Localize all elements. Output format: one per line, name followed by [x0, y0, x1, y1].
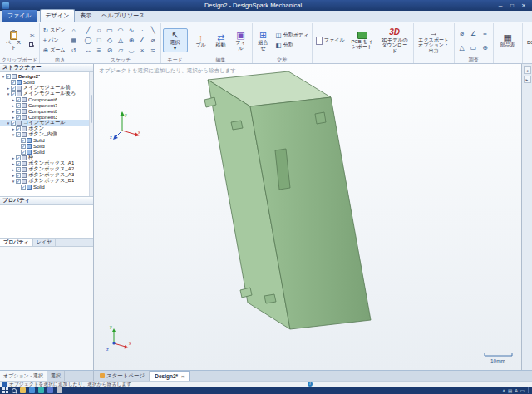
visibility-checkbox[interactable]: ✓ — [11, 80, 16, 85]
dock-expand-icon[interactable]: ▸ — [524, 76, 531, 83]
tab-design2-document[interactable]: Design2* × — [150, 371, 189, 381]
orient-button[interactable]: ⊕ズーム — [42, 46, 67, 55]
tray-icon[interactable]: ▭ — [520, 388, 525, 393]
info-icon[interactable]: i — [308, 382, 313, 387]
tree-item[interactable]: ▾✓Design2* — [0, 73, 93, 79]
sketch-tool-icon[interactable]: ▱ — [116, 46, 126, 56]
sketch-tool-icon[interactable]: ⊕ — [126, 36, 137, 46]
import-pcb-button[interactable]: PCB をインポート — [348, 30, 377, 52]
sketch-tool-icon[interactable]: ◡ — [126, 46, 137, 56]
select-button[interactable]: ↖ 選択 ▾ — [163, 28, 188, 52]
orient-button[interactable]: ↻スピン — [42, 26, 67, 35]
maximize-button[interactable]: □ — [506, 2, 518, 9]
close-button[interactable]: ✕ — [518, 2, 530, 9]
tree-item[interactable]: ✓Solid — [0, 137, 93, 143]
tree-item[interactable]: ▾✓ボタン_内側 — [0, 131, 93, 137]
tab-properties[interactable]: プロパティ — [0, 239, 33, 246]
sketch-tool-icon[interactable]: ╱ — [83, 26, 94, 36]
combine-button[interactable]: ⊞ 組合せ — [254, 28, 273, 52]
visibility-checkbox[interactable]: ✓ — [11, 121, 16, 126]
sketch-tool-icon[interactable]: □ — [94, 36, 105, 46]
visibility-checkbox[interactable]: ✓ — [16, 132, 21, 137]
visibility-checkbox[interactable]: ✓ — [16, 103, 21, 108]
tab-options-selection[interactable]: オプション - 選択 — [0, 371, 47, 381]
investigate-tool-icon[interactable]: ▭ — [468, 41, 480, 55]
visibility-checkbox[interactable]: ✓ — [21, 144, 26, 149]
viewport-canvas[interactable]: y x z y x z 10mm — [94, 64, 521, 370]
tree-item[interactable]: ✓Solid — [0, 143, 93, 149]
investigate-tool-icon[interactable]: ≡ — [480, 27, 491, 41]
investigate-tool-icon[interactable]: ⌀ — [456, 27, 468, 41]
sketch-tool-icon[interactable]: ⌀ — [148, 36, 159, 46]
tab-help-resources[interactable]: ヘルプ/リソース — [96, 10, 150, 22]
edit-tool-button[interactable]: ↑プル — [192, 31, 210, 50]
view-tool-icon[interactable]: ⌂ — [69, 26, 79, 35]
cut-button[interactable]: ✂ — [27, 31, 37, 40]
close-tab-icon[interactable]: × — [181, 374, 185, 379]
investigate-tool-icon[interactable]: ∠ — [468, 27, 480, 41]
visibility-checkbox[interactable]: ✓ — [16, 155, 21, 160]
export-options-button[interactable]: → エクスポート オプション・出力 — [416, 26, 452, 56]
split-button[interactable]: ◧分割 — [274, 41, 311, 50]
start-button[interactable] — [2, 387, 8, 393]
split-button[interactable]: ◫分割ボディ — [274, 31, 311, 40]
insert-file-button[interactable]: ファイル — [314, 36, 347, 45]
bom-quote-button[interactable]: BOM 見積もり — [525, 28, 532, 52]
tab-file[interactable]: ファイル — [2, 10, 37, 22]
tray-icon[interactable]: A — [515, 388, 518, 393]
taskbar-app-icon[interactable] — [20, 387, 26, 393]
sketch-tool-icon[interactable]: ↔ — [83, 46, 94, 56]
tab-start-page[interactable]: スタートページ — [96, 371, 150, 381]
sketch-tool-icon[interactable]: × — [137, 46, 148, 56]
tree-scrollbar[interactable] — [89, 72, 93, 196]
visibility-checkbox[interactable]: ✓ — [6, 74, 11, 79]
tree-item[interactable]: ▾✓メインモジュール後ろ — [0, 91, 93, 96]
viewport[interactable]: オブジェクトを選択に追加したり、選択から除去します — [94, 64, 521, 370]
sketch-tool-icon[interactable]: ○ — [94, 26, 105, 36]
sketch-tool-icon[interactable]: ▭ — [105, 26, 116, 36]
minimize-button[interactable]: ─ — [495, 2, 506, 9]
tab-view[interactable]: 表示 — [75, 10, 96, 22]
visibility-checkbox[interactable]: ✓ — [16, 173, 21, 178]
visibility-checkbox[interactable]: ✓ — [11, 86, 16, 91]
tray-icon[interactable]: ▤ — [508, 388, 512, 393]
tab-feature[interactable] — [231, 121, 243, 130]
visibility-checkbox[interactable]: ✓ — [16, 167, 21, 172]
tab-layers[interactable]: レイヤ — [33, 239, 56, 246]
tree-item[interactable]: ✓Solid — [0, 149, 93, 155]
sketch-tool-icon[interactable]: ∠ — [137, 36, 148, 46]
orient-button[interactable]: +パン — [42, 36, 67, 45]
paste-button[interactable]: ペースト — [2, 29, 26, 52]
tab-design[interactable]: デザイン — [40, 9, 76, 22]
sketch-tool-icon[interactable]: △ — [116, 36, 126, 46]
tray-icon[interactable]: ∧ — [502, 388, 505, 393]
sketch-tool-icon[interactable]: ≡ — [94, 46, 105, 56]
investigate-tool-icon[interactable]: △ — [456, 41, 468, 55]
visibility-checkbox[interactable]: ✓ — [16, 109, 21, 114]
tab-selection[interactable]: 選択 — [47, 371, 65, 381]
edit-tool-button[interactable]: ▣フィル — [232, 28, 250, 52]
search-icon[interactable] — [12, 388, 17, 393]
visibility-checkbox[interactable]: ✓ — [16, 126, 21, 131]
visibility-checkbox[interactable]: ✓ — [21, 185, 26, 190]
sketch-tool-icon[interactable]: ∿ — [126, 26, 137, 36]
edit-tool-button[interactable]: ⇄移動 — [212, 31, 230, 50]
visibility-checkbox[interactable]: ✓ — [11, 91, 16, 96]
sketch-tool-icon[interactable]: ◇ — [105, 36, 116, 46]
visibility-checkbox[interactable]: ✓ — [16, 161, 21, 166]
sketch-tool-icon[interactable]: ∙ — [137, 26, 148, 36]
visibility-checkbox[interactable]: ✓ — [16, 179, 21, 184]
select-dropdown-icon[interactable]: ▾ — [174, 46, 176, 52]
show-desktop-button[interactable] — [528, 387, 530, 393]
sketch-tool-icon[interactable]: ≈ — [148, 46, 159, 56]
download-3d-model-button[interactable]: 3D 3Dモデルのダウンロード — [378, 26, 411, 56]
investigate-tool-icon[interactable]: ⊕ — [480, 41, 491, 55]
tree-item[interactable]: ✓Solid — [0, 184, 93, 190]
visibility-checkbox[interactable]: ✓ — [21, 150, 26, 155]
visibility-checkbox[interactable]: ✓ — [21, 138, 26, 143]
bom-table-button[interactable]: ▦ 部品表 — [495, 31, 520, 50]
sketch-tool-icon[interactable]: ◠ — [116, 26, 126, 36]
visibility-checkbox[interactable]: ✓ — [16, 115, 21, 120]
taskbar-app-icon[interactable] — [47, 387, 53, 393]
sketch-tool-icon[interactable]: ⊘ — [105, 46, 116, 56]
